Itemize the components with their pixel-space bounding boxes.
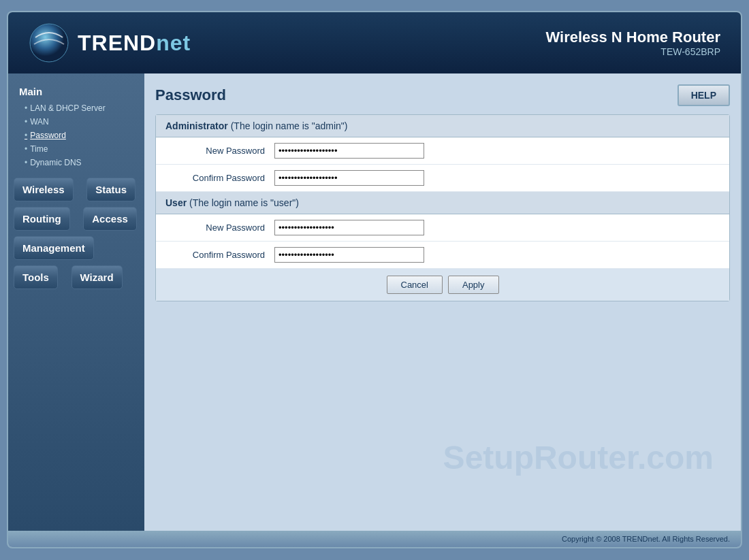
admin-confirm-password-row: Confirm Password [156, 165, 729, 192]
user-confirm-password-label: Confirm Password [165, 250, 274, 260]
help-button[interactable]: HELP [678, 84, 730, 106]
user-section-title: User [165, 197, 187, 208]
footer: Copyright © 2008 TRENDnet. All Rights Re… [8, 531, 741, 547]
sidebar-item-dynamic-dns[interactable]: Dynamic DNS [8, 156, 144, 169]
cancel-button[interactable]: Cancel [387, 276, 443, 294]
logo-area: TRENDnet [29, 22, 191, 63]
user-new-password-label: New Password [165, 223, 274, 233]
sidebar-item-password[interactable]: Password [8, 129, 144, 142]
user-section-header: User (The login name is "user") [156, 192, 729, 214]
apply-button[interactable]: Apply [448, 276, 499, 294]
sidebar-btn-wireless[interactable]: Wireless [14, 178, 74, 201]
page-header: Password HELP [155, 84, 730, 106]
sidebar-btn-routing[interactable]: Routing [14, 207, 70, 231]
admin-section-subtitle: (The login name is "admin") [231, 120, 348, 131]
form-container: Administrator (The login name is "admin"… [155, 114, 730, 301]
main-content: Main LAN & DHCP Server WAN Password Time… [8, 73, 741, 531]
sidebar-item-wan[interactable]: WAN [8, 115, 144, 129]
user-new-password-input[interactable] [274, 220, 424, 235]
header: TRENDnet Wireless N Home Router TEW-652B… [8, 12, 741, 73]
user-confirm-password-input[interactable] [274, 247, 424, 263]
admin-confirm-password-input[interactable] [274, 170, 424, 186]
product-name: Wireless N Home Router [545, 29, 720, 46]
page-area: SetupRouter.com Password HELP Administra… [144, 73, 741, 531]
copyright-text: Copyright © 2008 TRENDnet. All Rights Re… [562, 535, 730, 543]
admin-new-password-input[interactable] [274, 143, 424, 159]
sidebar-btn-tools[interactable]: Tools [14, 265, 58, 289]
user-confirm-password-row: Confirm Password [156, 242, 729, 269]
sidebar-item-time[interactable]: Time [8, 142, 144, 156]
buttons-row: Cancel Apply [156, 269, 729, 301]
admin-new-password-row: New Password [156, 137, 729, 165]
sidebar-main-title[interactable]: Main [8, 80, 144, 101]
trendnet-logo-icon [29, 22, 69, 63]
watermark: SetupRouter.com [443, 439, 714, 476]
logo-text: TRENDnet [78, 31, 191, 56]
admin-confirm-password-label: Confirm Password [165, 173, 274, 183]
product-info: Wireless N Home Router TEW-652BRP [545, 29, 720, 57]
user-section-subtitle: (The login name is "user") [189, 197, 299, 208]
sidebar-btn-status[interactable]: Status [86, 178, 136, 201]
sidebar: Main LAN & DHCP Server WAN Password Time… [8, 73, 144, 531]
admin-section-header: Administrator (The login name is "admin"… [156, 115, 729, 137]
sidebar-subitems: LAN & DHCP Server WAN Password Time Dyna… [8, 101, 144, 175]
admin-section-title: Administrator [165, 120, 228, 131]
page-title: Password [155, 86, 226, 104]
sidebar-btn-wizard[interactable]: Wizard [71, 265, 123, 289]
user-new-password-row: New Password [156, 214, 729, 242]
admin-new-password-label: New Password [165, 146, 274, 156]
product-model: TEW-652BRP [545, 46, 720, 57]
sidebar-item-lan-dhcp[interactable]: LAN & DHCP Server [8, 101, 144, 115]
sidebar-btn-access[interactable]: Access [83, 207, 137, 231]
sidebar-btn-management[interactable]: Management [14, 236, 94, 260]
